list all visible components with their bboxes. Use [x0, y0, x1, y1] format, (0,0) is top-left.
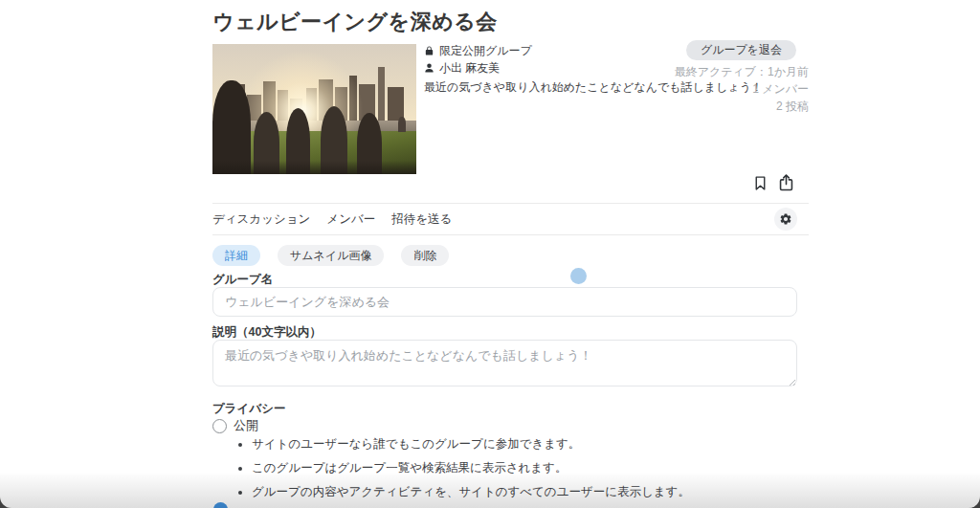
- subtab-details[interactable]: 詳細: [212, 245, 260, 266]
- leave-group-button[interactable]: グループを退会: [686, 40, 796, 60]
- last-active-text: 最終アクティブ：1か月前: [675, 63, 809, 80]
- public-radio[interactable]: [212, 419, 227, 433]
- owner-name: 小出 麻友美: [439, 60, 500, 77]
- tab-send-invite[interactable]: 招待を送る: [391, 211, 452, 228]
- share-button[interactable]: [777, 172, 795, 196]
- touch-cursor-dot: [570, 268, 587, 284]
- member-count: 1 メンバー: [675, 80, 809, 98]
- share-icon: [777, 172, 795, 193]
- detail-item: サイトのユーザーなら誰でもこのグループに参加できます。: [236, 438, 690, 451]
- group-tabbar: ディスカッション メンバー 招待を送る: [212, 203, 809, 235]
- header-actions: [752, 172, 795, 196]
- post-count: 2 投稿: [675, 98, 809, 115]
- person-silhouette: [212, 80, 251, 174]
- detail-item: このグループはグループ一覧や検索結果に表示されます。: [236, 462, 690, 475]
- privacy-badge: 限定公開グループ: [439, 43, 532, 59]
- limited-radio-selected[interactable]: [213, 502, 228, 508]
- person-silhouette: [398, 117, 407, 132]
- privacy-row: 限定公開グループ: [424, 44, 692, 57]
- group-stats: 最終アクティブ：1か月前 1 メンバー 2 投稿: [675, 63, 809, 115]
- subtab-delete[interactable]: 削除: [401, 245, 449, 266]
- owner-row: 小出 麻友美: [424, 61, 692, 75]
- tab-discussion[interactable]: ディスカッション: [212, 211, 310, 228]
- public-option-details: サイトのユーザーなら誰でもこのグループに参加できます。 このグループはグループ一…: [236, 438, 690, 508]
- description-textarea[interactable]: 最近の気づきや取り入れ始めたことなどなんでも話しましょう！: [212, 340, 797, 387]
- group-name-input[interactable]: [212, 287, 797, 317]
- foreground-shadow: [212, 161, 416, 174]
- settings-subtabs: 詳細 サムネイル画像 削除: [212, 245, 449, 266]
- gear-icon: [779, 212, 792, 226]
- privacy-section-label: プライバシー: [212, 401, 285, 417]
- group-description: 最近の気づきや取り入れ始めたことなどなんでも話しましょう！: [424, 79, 692, 96]
- page-title: ウェルビーイングを深める会: [212, 8, 498, 36]
- bookmark-icon: [752, 173, 768, 193]
- subtab-thumbnail[interactable]: サムネイル画像: [278, 245, 384, 266]
- app-window: ウェルビーイングを深める会 限定公開グループ 小出 麻: [0, 0, 980, 508]
- settings-button[interactable]: [774, 208, 797, 231]
- public-radio-label: 公開: [234, 417, 258, 434]
- group-meta: 限定公開グループ 小出 麻友美 最近の気づきや取り入れ始めたことなどなんでも話し…: [424, 44, 692, 96]
- group-cover-photo: [212, 44, 416, 174]
- bookmark-button[interactable]: [752, 173, 768, 196]
- tab-members[interactable]: メンバー: [326, 211, 375, 228]
- lock-icon: [424, 45, 434, 56]
- group-name-label: グループ名: [212, 272, 273, 288]
- privacy-option-public: 公開: [212, 417, 258, 434]
- description-label: 説明（40文字以内）: [212, 324, 322, 341]
- person-icon: [424, 62, 434, 74]
- detail-item: グループの内容やアクティビティを、サイトのすべてのユーザーに表示します。: [236, 486, 690, 498]
